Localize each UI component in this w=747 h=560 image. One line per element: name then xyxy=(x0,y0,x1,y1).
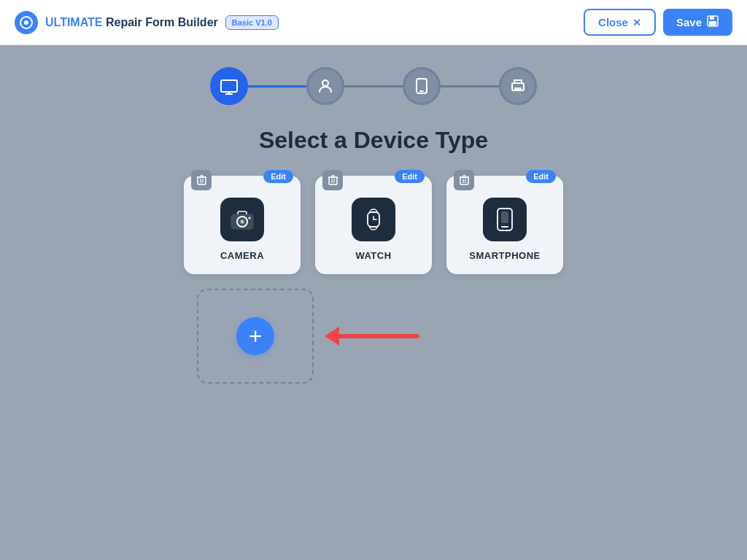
step-line-2 xyxy=(344,85,403,88)
smartphone-delete-button[interactable] xyxy=(454,170,474,190)
arrow-head xyxy=(325,327,339,346)
save-icon xyxy=(706,15,719,30)
svg-rect-3 xyxy=(710,16,714,20)
close-button[interactable]: Close ✕ xyxy=(584,9,656,36)
smartphone-card[interactable]: SMARTPHONE xyxy=(446,176,563,274)
svg-rect-38 xyxy=(501,211,508,223)
smartphone-icon xyxy=(483,198,527,241)
camera-card[interactable]: CAMERA xyxy=(184,176,301,274)
arrow-line xyxy=(339,334,419,338)
svg-rect-5 xyxy=(221,80,237,92)
watch-icon xyxy=(352,198,395,241)
version-badge: Basic V1.0 xyxy=(225,15,279,30)
app-header: ULTIMATE Repair Form Builder Basic V1.0 … xyxy=(0,0,747,45)
smartphone-edit-badge[interactable]: Edit xyxy=(526,170,556,183)
main-content: Select a Device Type Edit xyxy=(0,45,747,560)
step-phone[interactable] xyxy=(403,67,441,105)
svg-point-1 xyxy=(24,20,28,25)
watch-card-wrapper: Edit WATCH xyxy=(315,176,432,274)
camera-edit-badge[interactable]: Edit xyxy=(263,170,293,183)
page-title: Select a Device Type xyxy=(259,127,488,154)
save-button[interactable]: Save xyxy=(663,9,732,36)
add-device-card[interactable]: + xyxy=(197,289,314,384)
arrow-indicator xyxy=(325,327,419,346)
watch-label: WATCH xyxy=(355,250,391,261)
step-line-3 xyxy=(441,85,499,88)
close-icon: ✕ xyxy=(632,17,641,28)
step-device[interactable] xyxy=(210,67,248,105)
smartphone-card-wrapper: Edit SMARTPHONE xyxy=(446,176,563,274)
header-right: Close ✕ Save xyxy=(584,9,732,36)
camera-delete-button[interactable] xyxy=(191,170,212,190)
svg-rect-31 xyxy=(460,177,468,184)
svg-rect-4 xyxy=(709,21,716,26)
brand-name: ULTIMATE Repair Form Builder xyxy=(45,16,218,29)
add-row: + xyxy=(197,289,314,384)
add-card-wrapper: + xyxy=(197,289,314,384)
step-line-1 xyxy=(248,85,306,88)
watch-card[interactable]: WATCH xyxy=(315,176,432,274)
camera-card-wrapper: Edit CAMERA xyxy=(184,176,301,274)
svg-point-8 xyxy=(322,80,328,86)
plus-icon: + xyxy=(249,324,263,348)
svg-point-21 xyxy=(241,221,244,223)
device-cards-row: Edit CAMERA xyxy=(184,176,563,274)
stepper xyxy=(210,67,537,105)
add-device-button[interactable]: + xyxy=(236,317,274,355)
svg-rect-12 xyxy=(514,88,522,91)
header-left: ULTIMATE Repair Form Builder Basic V1.0 xyxy=(15,11,279,34)
watch-edit-badge[interactable]: Edit xyxy=(395,170,425,183)
camera-label: CAMERA xyxy=(220,250,264,261)
svg-rect-23 xyxy=(329,177,337,184)
svg-point-22 xyxy=(249,217,251,219)
camera-icon xyxy=(220,198,264,241)
step-person[interactable] xyxy=(306,67,344,105)
step-print[interactable] xyxy=(499,67,537,105)
smartphone-label: SMARTPHONE xyxy=(469,250,540,261)
logo-icon xyxy=(15,11,38,34)
watch-delete-button[interactable] xyxy=(322,170,343,190)
svg-rect-13 xyxy=(198,177,206,184)
